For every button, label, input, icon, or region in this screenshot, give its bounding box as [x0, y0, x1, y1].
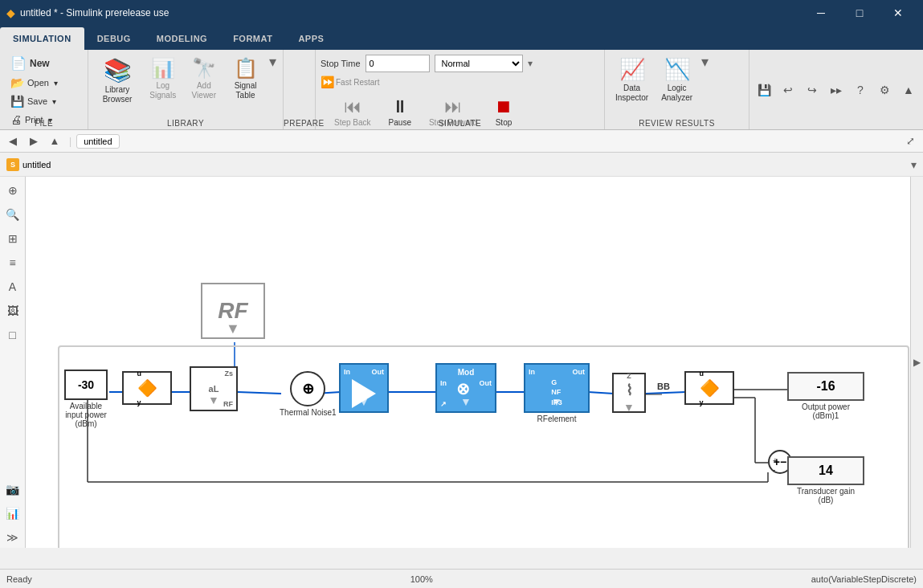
block-rfelement[interactable]: InOut GNFIP3 ▼ RFelement — [524, 363, 590, 423]
file-section-items: 📄 New 📂 Open ▾ 💾 Save ▾ 🖨 Print ▾ — [5, 53, 83, 129]
open-button[interactable]: 📂 Open ▾ — [5, 74, 63, 92]
save-button[interactable]: 💾 Save ▾ — [5, 92, 63, 110]
new-button[interactable]: 📄 New — [5, 53, 63, 73]
prepare-section: PREPARE — [284, 50, 316, 129]
pan-tool-button[interactable]: ⊕ — [2, 180, 23, 201]
breadcrumb-bar: S untitled ▾ — [0, 153, 923, 177]
status-solver: auto(VariableStepDiscrete) — [811, 574, 917, 584]
block-impedance[interactable]: Z ⌇ ▼ — [612, 373, 646, 413]
stop-time-label: Stop Time — [321, 59, 361, 68]
logic-analyzer-button[interactable]: 📉 LogicAnalyzer — [655, 53, 698, 107]
redo-button[interactable]: ↪ — [801, 79, 823, 101]
close-button[interactable]: ✕ — [880, 0, 917, 26]
status-ready: Ready — [6, 574, 32, 584]
review-section: 📈 DataInspector 📉 LogicAnalyzer ▾ REVIEW… — [605, 50, 749, 129]
mode-expand-icon[interactable]: ▾ — [528, 58, 533, 69]
chart-tool-button[interactable]: 📊 — [2, 503, 23, 524]
svg-line-6 — [588, 392, 614, 394]
save-arrow-icon: ▾ — [52, 97, 56, 106]
block-fcn1[interactable]: u 🔶 y — [122, 371, 172, 405]
file-section: 📄 New 📂 Open ▾ 💾 Save ▾ 🖨 Print ▾ — [0, 50, 88, 129]
shape-tool-button[interactable]: □ — [2, 325, 23, 345]
forward-button[interactable]: ▶ — [24, 132, 43, 151]
title-bar-left: ◆ untitled * - Simulink prerelease use — [6, 6, 169, 19]
fast-restart-icon: ⏩ — [321, 76, 334, 88]
library-section: 📚 LibraryBrowser 📊 Log Signals 🔭 Add Vie… — [88, 50, 284, 129]
stop-time-input[interactable] — [366, 55, 430, 72]
block-rf-white[interactable]: RF ▼ — [201, 283, 265, 339]
status-bar: Ready 100% auto(VariableStepDiscrete) — [0, 569, 923, 588]
simulation-mode-select[interactable]: Normal Accelerator Rapid Accelerator — [435, 55, 523, 72]
data-inspector-button[interactable]: 📈 DataInspector — [610, 53, 654, 107]
toolbar: ◀ ▶ ▲ | untitled ⤢ — [0, 130, 923, 153]
tab-modeling[interactable]: MODELING — [144, 27, 220, 50]
status-zoom: 100% — [410, 574, 433, 584]
breadcrumb-tab[interactable]: untitled — [76, 134, 119, 149]
title-bar-controls: ─ □ ✕ — [803, 0, 917, 26]
review-expand-icon[interactable]: ▾ — [701, 53, 709, 71]
app-icon: ◆ — [6, 6, 15, 19]
ribbon: 📄 New 📂 Open ▾ 💾 Save ▾ 🖨 Print ▾ — [0, 50, 923, 130]
signal-table-icon: 📋 — [234, 57, 258, 80]
back-button[interactable]: ◀ — [3, 132, 22, 151]
zoom-tool-button[interactable]: 🔍 — [2, 204, 23, 225]
fast-restart-label[interactable]: Fast Restart — [336, 78, 379, 87]
library-icon: 📚 — [104, 57, 132, 84]
new-icon: 📄 — [10, 55, 27, 71]
maximize-button[interactable]: □ — [841, 0, 878, 26]
prepare-section-label: PREPARE — [284, 119, 315, 129]
image-tool-button[interactable]: 🖼 — [2, 300, 23, 321]
add-viewer-button[interactable]: 🔭 Add Viewer — [185, 53, 224, 104]
review-section-label: REVIEW RESULTS — [605, 119, 749, 129]
help-button[interactable]: ? — [849, 79, 872, 101]
breadcrumb-expand-icon[interactable]: ▾ — [911, 158, 917, 171]
expand-left-button[interactable]: ≫ — [2, 527, 23, 548]
block-bb-label: BB — [657, 382, 670, 391]
block-mod[interactable]: Mod In ⊗ Out ↗ ▼ — [435, 363, 496, 413]
signal-table-button[interactable]: 📋 Signal Table — [225, 53, 266, 104]
block-thermal-noise[interactable]: ⊕ Thermal Noise1 — [280, 371, 337, 417]
collapse-ribbon-button[interactable]: ▲ — [897, 79, 920, 101]
expand-canvas-button[interactable]: ⤢ — [901, 132, 920, 151]
settings-button[interactable]: ⚙ — [873, 79, 896, 101]
main-area: ⊕ 🔍 ⊞ ≡ A 🖼 □ 📷 📊 ≫ — [0, 177, 923, 548]
model-icon: S — [6, 158, 19, 171]
title-bar: ◆ untitled * - Simulink prerelease use ─… — [0, 0, 923, 26]
up-button[interactable]: ▲ — [45, 132, 64, 151]
ribbon-right: 💾 ↩ ↪ ▸▸ ? ⚙ ▲ — [749, 50, 923, 129]
block-amp[interactable]: InOut ▼ — [339, 363, 389, 413]
step-back-icon: ⏮ — [344, 96, 361, 117]
minimize-button[interactable]: ─ — [803, 0, 839, 26]
connections-svg — [26, 177, 910, 548]
canvas[interactable]: RF ▼ -30 Availableinput power(dBm) u 🔶 y… — [26, 177, 910, 548]
camera-tool-button[interactable]: 📷 — [2, 479, 23, 500]
left-toolbar: ⊕ 🔍 ⊞ ≡ A 🖼 □ 📷 📊 ≫ — [0, 177, 26, 548]
library-expand-icon[interactable]: ▾ — [269, 53, 276, 71]
svg-line-7 — [646, 392, 686, 394]
tab-debug[interactable]: DEBUG — [84, 27, 144, 50]
log-signals-button[interactable]: 📊 Log Signals — [143, 53, 183, 104]
library-browser-button[interactable]: 📚 LibraryBrowser — [93, 53, 141, 108]
tab-format[interactable]: FORMAT — [220, 27, 285, 50]
collapse-right-button[interactable]: ▶ — [910, 177, 923, 548]
log-signals-icon: 📊 — [151, 57, 175, 80]
save-ribbon-button[interactable]: 💾 — [753, 79, 775, 101]
grid-tool-button[interactable]: ≡ — [2, 252, 23, 273]
logic-analyzer-icon: 📉 — [664, 57, 690, 82]
fit-tool-button[interactable]: ⊞ — [2, 228, 23, 249]
block-input-power[interactable]: -30 Availableinput power(dBm) — [64, 370, 108, 428]
text-tool-button[interactable]: A — [2, 276, 23, 297]
tab-simulation[interactable]: SIMULATION — [0, 27, 84, 50]
pause-icon: ⏸ — [391, 96, 409, 117]
data-inspector-icon: 📈 — [619, 57, 645, 82]
block-transducer-gain[interactable]: 14 Transducer gain (dB) — [787, 456, 864, 504]
block-output-power[interactable]: -16 Output power (dBm)1 — [787, 372, 864, 420]
save-icon: 💾 — [10, 95, 24, 108]
tab-apps[interactable]: APPS — [285, 27, 337, 50]
undo-button[interactable]: ↩ — [777, 79, 799, 101]
more-button[interactable]: ▸▸ — [825, 79, 847, 101]
block-fcn2[interactable]: u 🔶 y — [684, 371, 734, 405]
block-attenuator[interactable]: Zs aL RF ▼ — [190, 366, 238, 411]
library-section-items: 📚 LibraryBrowser 📊 Log Signals 🔭 Add Vie… — [93, 53, 278, 129]
stop-icon: ⏹ — [495, 96, 513, 117]
